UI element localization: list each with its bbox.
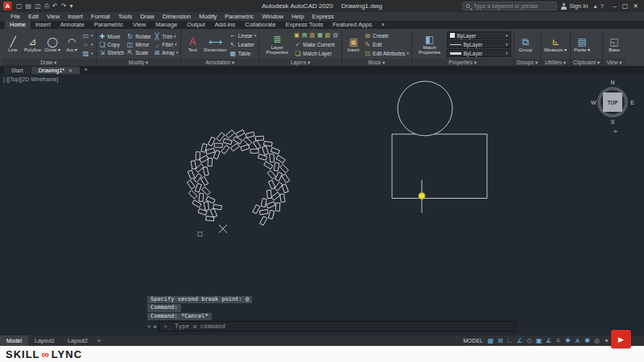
panel-label-modify[interactable]: Modify ▾	[97, 59, 181, 66]
plot-icon[interactable]: ⎙	[43, 0, 51, 12]
button-base[interactable]: ◱Base	[605, 36, 623, 53]
ribbon-tab-manage[interactable]: Manage	[151, 20, 182, 29]
drawing-area[interactable]: [-][Top][2D Wireframe] N S W E TOP ⌖ Spe…	[0, 74, 644, 335]
layout-tab-model[interactable]: Model	[0, 335, 28, 346]
ribbon-tab-output[interactable]: Output	[182, 20, 210, 29]
button-dimension[interactable]: ⟷Dimension	[203, 36, 227, 53]
button-rotate[interactable]: ↻Rotate	[126, 32, 151, 40]
ribbon-tab-add-ins[interactable]: Add-ins	[210, 20, 240, 29]
search-box[interactable]: Type a keyword or phrase	[462, 2, 557, 10]
button-measure[interactable]: ⊾Measure ▾	[543, 36, 568, 53]
viewcube-north[interactable]: N	[610, 80, 614, 85]
button-layer-properties[interactable]: ≣Layer Properties	[262, 34, 292, 56]
osnap-icon[interactable]: ▣	[535, 335, 543, 346]
button-linear[interactable]: ⌐Linear▾	[229, 31, 257, 39]
button-insert[interactable]: ▣Insert	[345, 36, 362, 53]
new-file-icon[interactable]: ▢	[14, 0, 24, 12]
menu-parametric[interactable]: Parametric	[221, 13, 258, 20]
button-make-current[interactable]: ✓Make Current	[294, 40, 339, 48]
button-line[interactable]: ╱Line	[4, 36, 22, 53]
button-match-properties[interactable]: ◧Match Properties	[415, 34, 445, 56]
menu-format[interactable]: Format	[87, 13, 114, 20]
button-stretch[interactable]: ⇲Stretch	[99, 48, 125, 56]
button-scale[interactable]: ⇱Scale	[126, 48, 151, 56]
viewcube-south[interactable]: S	[611, 119, 615, 125]
layer-tool-icon[interactable]: ▣	[294, 32, 299, 39]
ribbon-tab-parametric[interactable]: Parametric	[89, 20, 128, 29]
button-table[interactable]: ▦Table	[229, 49, 257, 57]
layer-tool-icon[interactable]: ▤	[302, 32, 308, 39]
button-mirror[interactable]: ◫Mirror	[126, 40, 151, 48]
button-move[interactable]: ✚Move	[99, 32, 125, 40]
layer-state-tools[interactable]: ▣▤▥▦▧▨	[294, 31, 339, 39]
isolate-objects-icon[interactable]: ◎	[593, 335, 601, 346]
button-copy[interactable]: ❏Copy	[99, 40, 125, 48]
redo-icon[interactable]: ↷	[60, 0, 68, 12]
subscribe-badge[interactable]: ▶	[611, 330, 631, 348]
polar-tracking-icon[interactable]: ∠	[516, 335, 523, 346]
button-arc[interactable]: ◠Arc ▾	[63, 36, 80, 53]
layer-tool-icon[interactable]: ▥	[310, 32, 316, 39]
button-trim[interactable]: ╳Trim▾	[153, 32, 178, 40]
ribbon-tab-express-tools[interactable]: Express Tools	[281, 20, 328, 29]
menu-help[interactable]: Help	[287, 13, 308, 20]
qat-customize-icon[interactable]: ▾	[68, 0, 75, 12]
hatch-tool[interactable]: ▨▾	[82, 49, 93, 57]
menu-modify[interactable]: Modify	[195, 13, 221, 20]
menu-tools[interactable]: Tools	[114, 13, 137, 20]
panel-label-layers[interactable]: Layers ▾	[259, 59, 341, 66]
lineweight-icon[interactable]: ≡	[555, 335, 562, 346]
command-close-icon[interactable]: ✕	[147, 323, 151, 330]
object-color-dropdown[interactable]: ByLayer▾	[447, 31, 511, 39]
ucs-icon[interactable]: ⌖	[613, 127, 617, 136]
snap-icon[interactable]: ⊞	[497, 335, 504, 346]
ribbon-tab-annotate[interactable]: Annotate	[56, 20, 89, 29]
linetype-dropdown[interactable]: ByLayer▾	[447, 40, 511, 48]
layout-tab-layout1[interactable]: Layout1	[28, 335, 61, 346]
layout-tab-layout2[interactable]: Layout2	[61, 335, 94, 346]
ribbon-options-icon[interactable]: ▾	[377, 20, 390, 29]
ribbon-tab-home[interactable]: Home	[5, 20, 31, 29]
ribbon-tab-insert[interactable]: Insert	[31, 20, 56, 29]
close-button[interactable]: ✕	[630, 0, 641, 12]
isodraft-icon[interactable]: ◇	[526, 335, 533, 346]
panel-label-clipboard[interactable]: Clipboard ▾	[571, 59, 602, 66]
menu-draw[interactable]: Draw	[136, 13, 159, 20]
viewcube[interactable]: N S W E TOP	[591, 80, 634, 124]
close-tab-icon[interactable]: ✕	[68, 68, 72, 73]
button-circle[interactable]: ◯Circle ▾	[43, 36, 61, 53]
panel-label-groups[interactable]: Groups ▾	[514, 59, 540, 66]
menu-dimension[interactable]: Dimension	[159, 13, 195, 20]
panel-label-draw[interactable]: Draw ▾	[2, 59, 96, 66]
status-customize-icon[interactable]: ▾	[603, 335, 610, 346]
viewcube-west[interactable]: W	[591, 100, 597, 105]
file-tab-start[interactable]: Start	[4, 67, 31, 74]
button-text[interactable]: AText	[184, 36, 201, 53]
grid-icon[interactable]: ▦	[487, 335, 494, 346]
button-edit-attributes[interactable]: ⊡Edit Attributes▾	[364, 49, 409, 57]
button-create[interactable]: ⊞Create	[364, 31, 409, 39]
viewport-controls-label[interactable]: [-][Top][2D Wireframe]	[3, 76, 58, 82]
layer-tool-icon[interactable]: ▦	[317, 32, 323, 39]
autodesk-app-icon[interactable]: ▴	[592, 0, 599, 12]
ortho-icon[interactable]: ∟	[506, 335, 514, 346]
button-group[interactable]: ⧉Group	[517, 36, 535, 53]
panel-label-view[interactable]: View ▾	[603, 59, 625, 66]
button-polyline[interactable]: ⊿Polyline	[23, 36, 42, 53]
button-match-layer[interactable]: ❏Match Layer	[294, 49, 339, 57]
open-file-icon[interactable]: ▤	[24, 0, 34, 12]
layer-tool-icon[interactable]: ▧	[325, 32, 331, 39]
otrack-icon[interactable]: ∡	[545, 335, 552, 346]
command-customize-icon[interactable]: ✚	[153, 323, 156, 330]
button-edit[interactable]: ✎Edit	[364, 40, 409, 48]
panel-label-annotation[interactable]: Annotation ▾	[181, 59, 258, 66]
sign-in-button[interactable]: Sign In	[561, 2, 588, 10]
ellipse-tool[interactable]: ○▾	[82, 40, 93, 48]
menu-window[interactable]: Window	[258, 13, 288, 20]
button-paste[interactable]: ▤Paste ▾	[573, 36, 591, 53]
menu-file[interactable]: File	[6, 13, 24, 20]
ribbon-tab-view[interactable]: View	[128, 20, 151, 29]
rectangle-tool[interactable]: ▭▾	[82, 31, 93, 39]
panel-label-utilities[interactable]: Utilities ▾	[541, 59, 570, 66]
annotation-scale-icon[interactable]: A	[574, 335, 581, 346]
